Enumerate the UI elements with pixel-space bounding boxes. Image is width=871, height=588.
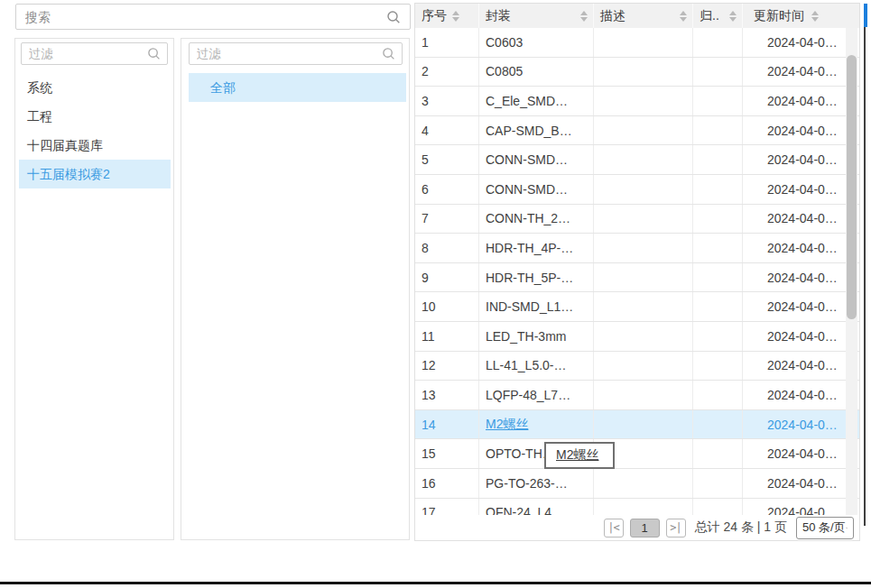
sort-caret-icon[interactable] bbox=[580, 11, 588, 22]
table-row[interactable]: 1 C0603 2024-04-0… bbox=[415, 28, 859, 58]
cell-owner bbox=[693, 381, 743, 409]
library-list: 系统工程十四届真题库十五届模拟赛2 bbox=[15, 73, 173, 188]
page-size-select[interactable]: 50 条/页 bbox=[796, 517, 854, 539]
cell-package[interactable]: LQFP-48_L7… bbox=[479, 381, 594, 409]
table-row[interactable]: 13 LQFP-48_L7… 2024-04-0… bbox=[415, 381, 859, 410]
cell-description bbox=[594, 381, 693, 409]
cell-updated: 2024-04-0… bbox=[743, 145, 847, 174]
cell-index: 11 bbox=[415, 322, 479, 351]
column-header[interactable]: 描述 bbox=[594, 4, 693, 28]
first-page-button[interactable]: |< bbox=[604, 519, 624, 537]
table-body: 1 C0603 2024-04-0… 2 C0805 2024-04-0… 3 … bbox=[415, 28, 859, 515]
table-row[interactable]: 14 M2螺丝 2024-04-0… bbox=[415, 410, 859, 440]
sort-caret-icon[interactable] bbox=[452, 11, 459, 22]
cell-description bbox=[594, 28, 693, 57]
table-row[interactable]: 5 CONN-SMD… 2024-04-0… bbox=[415, 145, 859, 175]
cell-package[interactable]: CONN-SMD… bbox=[479, 145, 594, 174]
cell-package[interactable]: CAP-SMD_B… bbox=[479, 116, 594, 145]
library-filter-input[interactable] bbox=[22, 47, 147, 60]
table-row[interactable]: 17 QFN-24_L4… 2024-04-0… bbox=[415, 499, 859, 516]
cell-index: 14 bbox=[415, 410, 479, 439]
search-input[interactable] bbox=[16, 10, 386, 24]
table-row[interactable]: 9 HDR-TH_5P-… 2024-04-0… bbox=[415, 263, 859, 293]
table-row[interactable]: 3 C_Ele_SMD… 2024-04-0… bbox=[415, 87, 859, 116]
table-row[interactable]: 8 HDR-TH_4P-… 2024-04-0… bbox=[415, 234, 859, 263]
cell-updated: 2024-04-0… bbox=[743, 322, 847, 351]
list-item[interactable]: 十四届真题库 bbox=[19, 131, 171, 160]
sort-caret-icon[interactable] bbox=[811, 11, 819, 22]
cell-package[interactable]: HDR-TH_4P-… bbox=[479, 234, 594, 262]
column-label: 序号 bbox=[422, 8, 447, 24]
table-row[interactable]: 15 OPTO-TH… 2024-04-0… bbox=[415, 439, 859, 469]
search-icon bbox=[386, 10, 401, 24]
cell-package[interactable]: HDR-TH_5P-… bbox=[479, 263, 594, 292]
last-page-button[interactable]: >| bbox=[666, 519, 686, 537]
list-item[interactable]: 十五届模拟赛2 bbox=[19, 160, 171, 188]
list-item[interactable]: 系统 bbox=[19, 73, 171, 102]
cell-updated: 2024-04-0… bbox=[743, 410, 847, 439]
cell-updated: 2024-04-0… bbox=[743, 175, 847, 204]
column-header[interactable]: 更新时间 bbox=[743, 4, 859, 28]
table-row[interactable]: 10 IND-SMD_L1… 2024-04-0… bbox=[415, 292, 859, 322]
list-item[interactable]: 工程 bbox=[19, 102, 171, 131]
cell-owner bbox=[693, 28, 743, 57]
category-panel: 全部 bbox=[181, 38, 410, 540]
cell-package[interactable]: LL-41_L5.0-… bbox=[479, 352, 594, 381]
cell-index: 9 bbox=[415, 263, 479, 292]
cell-package[interactable]: C0805 bbox=[479, 58, 594, 87]
table-row[interactable]: 4 CAP-SMD_B… 2024-04-0… bbox=[415, 116, 859, 146]
cell-description bbox=[594, 469, 693, 498]
cell-index: 16 bbox=[415, 469, 479, 498]
column-header[interactable]: 封装 bbox=[479, 4, 594, 28]
cell-owner bbox=[693, 145, 743, 174]
table-row[interactable]: 16 PG-TO-263-… 2024-04-0… bbox=[415, 469, 859, 499]
cell-index: 10 bbox=[415, 292, 479, 321]
table-row[interactable]: 11 LED_TH-3mm 2024-04-0… bbox=[415, 322, 859, 352]
cell-index: 3 bbox=[415, 87, 479, 115]
table-scrollbar[interactable] bbox=[846, 28, 857, 515]
cell-package[interactable]: CONN-TH_2… bbox=[479, 205, 594, 234]
sort-caret-icon[interactable] bbox=[729, 11, 737, 22]
cell-owner bbox=[693, 499, 743, 516]
cell-index: 4 bbox=[415, 116, 479, 145]
table-row[interactable]: 2 C0805 2024-04-0… bbox=[415, 58, 859, 87]
cell-updated: 2024-04-0… bbox=[743, 263, 847, 292]
cell-index: 6 bbox=[415, 175, 479, 204]
cell-description bbox=[594, 234, 693, 262]
cell-package[interactable]: IND-SMD_L1… bbox=[479, 292, 594, 321]
scrollbar-thumb[interactable] bbox=[847, 55, 857, 319]
cell-package[interactable]: QFN-24_L4… bbox=[479, 499, 594, 516]
cell-description bbox=[594, 87, 693, 115]
library-filter-box bbox=[21, 42, 168, 65]
cell-description bbox=[594, 145, 693, 174]
list-item[interactable]: 全部 bbox=[189, 73, 406, 102]
sort-caret-icon[interactable] bbox=[680, 11, 687, 22]
cell-owner bbox=[693, 87, 743, 115]
column-label: 封装 bbox=[486, 8, 511, 24]
cell-package[interactable]: LED_TH-3mm bbox=[479, 322, 594, 351]
cell-package[interactable]: C_Ele_SMD… bbox=[479, 87, 594, 115]
cell-description bbox=[594, 175, 693, 204]
category-filter-input[interactable] bbox=[190, 47, 382, 60]
cell-package[interactable]: M2螺丝 bbox=[479, 410, 594, 439]
cell-description bbox=[594, 263, 693, 292]
column-label: 更新时间 bbox=[754, 8, 804, 24]
current-page-button[interactable]: 1 bbox=[630, 519, 660, 537]
cell-package[interactable]: CONN-SMD… bbox=[479, 175, 594, 204]
cell-package[interactable]: PG-TO-263-… bbox=[479, 469, 594, 498]
cell-owner bbox=[693, 175, 743, 204]
column-header[interactable]: 归.. bbox=[693, 4, 743, 28]
cell-owner bbox=[693, 234, 743, 262]
cell-owner bbox=[693, 205, 743, 234]
cell-description bbox=[594, 322, 693, 351]
cell-description bbox=[594, 352, 693, 381]
table-row[interactable]: 12 LL-41_L5.0-… 2024-04-0… bbox=[415, 352, 859, 381]
cell-package[interactable]: C0603 bbox=[479, 28, 594, 57]
table-row[interactable]: 7 CONN-TH_2… 2024-04-0… bbox=[415, 205, 859, 234]
category-filter-search-icon bbox=[382, 47, 395, 60]
cell-index: 12 bbox=[415, 352, 479, 381]
cell-updated: 2024-04-0… bbox=[743, 58, 847, 87]
column-header[interactable]: 序号 bbox=[415, 4, 479, 28]
table-row[interactable]: 6 CONN-SMD… 2024-04-0… bbox=[415, 175, 859, 205]
cell-owner bbox=[693, 116, 743, 145]
